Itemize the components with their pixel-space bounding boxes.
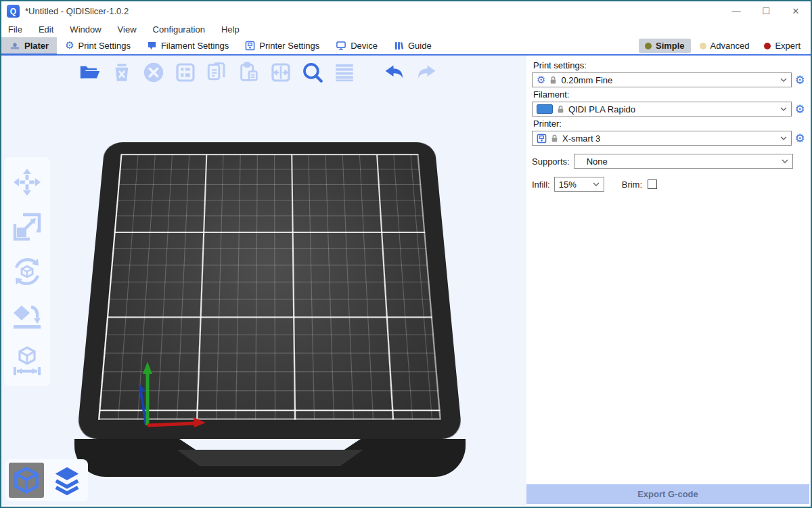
plater-icon	[9, 41, 20, 51]
move-tool-button[interactable]	[10, 165, 44, 199]
copy-button[interactable]	[204, 60, 230, 85]
tab-print-settings[interactable]: ⚙ Print Settings	[57, 37, 139, 54]
viewport-3d[interactable]	[1, 56, 526, 505]
menubar: File Edit Window View Configuration Help	[1, 21, 811, 37]
view-mode-toggles	[5, 459, 88, 501]
filament-label: Filament:	[533, 89, 808, 100]
delete-button[interactable]	[109, 60, 135, 85]
printer-icon	[245, 41, 255, 51]
mode-label: Simple	[656, 41, 685, 51]
printer-bed	[74, 142, 466, 488]
menu-view[interactable]: View	[118, 24, 137, 35]
menu-window[interactable]: Window	[70, 24, 101, 35]
tab-label: Device	[351, 41, 378, 51]
infill-label: Infill:	[532, 179, 550, 190]
search-button[interactable]	[300, 60, 325, 85]
rotate-icon	[11, 255, 43, 288]
move-icon	[11, 166, 43, 198]
menu-help[interactable]: Help	[221, 24, 240, 35]
redo-icon	[414, 60, 438, 85]
tab-label: Printer Settings	[259, 41, 319, 51]
mode-advanced[interactable]: Advanced	[694, 39, 756, 53]
filament-combo[interactable]: QIDI PLA Rapido	[532, 102, 792, 117]
mode-switcher: Simple Advanced Expert	[639, 37, 811, 54]
supports-combo[interactable]: None	[574, 154, 793, 169]
bed-handle-cutout	[179, 439, 361, 450]
copy-icon	[206, 61, 229, 84]
tab-label: Plater	[24, 41, 49, 51]
place-on-face-tool-button[interactable]	[10, 299, 44, 333]
layers-preview-icon	[51, 465, 83, 496]
redo-button[interactable]	[413, 60, 439, 85]
split-instances-button[interactable]	[268, 60, 294, 85]
main-content: Print settings: ⚙ 0.20mm Fine ⚙ Filament…	[1, 56, 811, 505]
edit-filament-button[interactable]: ⚙	[792, 104, 808, 115]
print-settings-icon: ⚙	[65, 41, 74, 51]
filament-color-swatch	[537, 104, 553, 114]
chevron-down-icon	[593, 182, 600, 186]
undo-icon	[382, 60, 407, 85]
edit-printer-button[interactable]: ⚙	[792, 133, 808, 144]
open-file-button[interactable]	[77, 60, 103, 85]
measure-tool-button[interactable]	[10, 344, 44, 378]
close-button[interactable]: ✕	[781, 1, 811, 21]
arrange-button[interactable]	[173, 60, 198, 85]
guide-icon	[394, 41, 404, 51]
tab-label: Guide	[408, 41, 432, 51]
tab-printer-settings[interactable]: Printer Settings	[237, 37, 328, 54]
mode-label: Expert	[775, 41, 800, 51]
tab-plater[interactable]: Plater	[1, 37, 57, 54]
simple-dot-icon	[645, 43, 652, 49]
bed-front-apron	[74, 439, 466, 477]
print-settings-label: Print settings:	[533, 60, 808, 70]
delete-all-button[interactable]	[141, 60, 166, 85]
viewport-toolbar	[77, 57, 439, 88]
tab-label: Print Settings	[78, 41, 131, 51]
menu-edit[interactable]: Edit	[39, 24, 53, 35]
arrange-grid-icon	[175, 62, 196, 83]
lock-icon	[557, 105, 564, 114]
rotate-tool-button[interactable]	[10, 255, 44, 289]
paste-icon	[238, 61, 261, 84]
infill-value: 15%	[559, 179, 589, 190]
brim-checkbox[interactable]	[648, 179, 657, 189]
supports-value: None	[579, 156, 777, 167]
window-controls: — ☐ ✕	[721, 1, 811, 21]
tab-filament-settings[interactable]: Filament Settings	[139, 37, 237, 54]
tab-device[interactable]: Device	[328, 37, 386, 54]
infill-combo[interactable]: 15%	[554, 177, 604, 192]
preview-view-button[interactable]	[49, 463, 85, 498]
mode-simple[interactable]: Simple	[639, 39, 691, 53]
scale-tool-button[interactable]	[10, 210, 44, 244]
undo-button[interactable]	[382, 60, 407, 85]
editor-view-button[interactable]	[9, 463, 44, 498]
measure-size-icon	[11, 345, 43, 377]
variable-layer-height-button[interactable]	[332, 60, 357, 85]
tab-guide[interactable]: Guide	[386, 37, 440, 54]
tabbar: Plater ⚙ Print Settings Filament Setting…	[1, 37, 811, 56]
paste-button[interactable]	[236, 60, 262, 85]
print-settings-combo[interactable]: ⚙ 0.20mm Fine	[532, 72, 792, 87]
bed-handle-grip	[166, 450, 374, 466]
window-title: *Untitled - QIDISlicer-1.0.2	[25, 6, 129, 16]
menu-configuration[interactable]: Configuration	[153, 24, 205, 35]
printer-combo[interactable]: X-smart 3	[532, 131, 792, 146]
minimize-button[interactable]: —	[721, 1, 751, 21]
export-gcode-button[interactable]: Export G-code	[526, 484, 809, 504]
lock-icon	[551, 134, 558, 143]
mode-expert[interactable]: Expert	[758, 39, 807, 53]
menu-file[interactable]: File	[8, 24, 22, 35]
search-icon	[301, 61, 324, 84]
edit-print-settings-button[interactable]: ⚙	[792, 75, 808, 86]
open-folder-icon	[78, 61, 102, 84]
chevron-down-icon	[782, 159, 788, 163]
printer-small-icon	[537, 133, 547, 144]
object-manipulation-toolbar	[4, 157, 50, 386]
layer-lines-icon	[333, 61, 356, 84]
cube-3d-view-icon	[12, 465, 41, 495]
maximize-button[interactable]: ☐	[751, 1, 781, 21]
chevron-down-icon	[780, 78, 787, 82]
filament-icon	[147, 41, 157, 51]
expert-dot-icon	[764, 43, 771, 49]
toolbar-separator	[363, 60, 376, 85]
